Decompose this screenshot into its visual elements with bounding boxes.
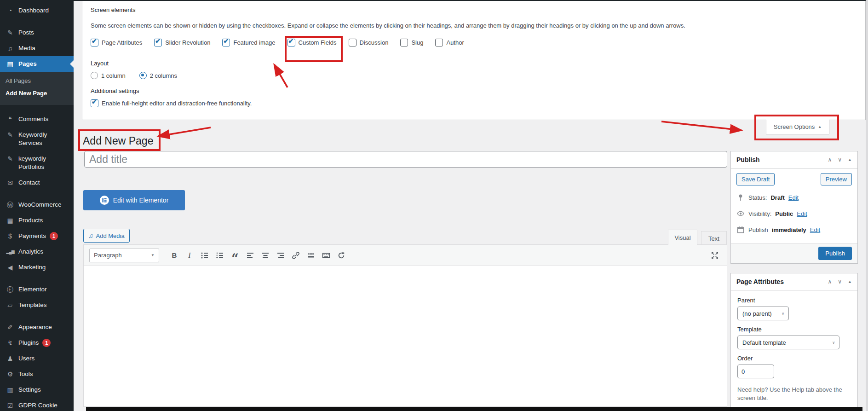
publish-button[interactable]: Publish [818,247,852,260]
products-icon: ▦ [6,216,15,225]
calendar-icon [736,226,745,234]
edit-with-elementor-button[interactable]: Edit with Elementor [83,190,185,210]
collapse-toggle-icon[interactable]: ▲ [848,279,852,284]
move-up-icon[interactable]: ∧ [828,278,832,285]
one-column-radio[interactable] [91,72,98,79]
slug-checkbox[interactable] [400,39,408,46]
parent-label: Parent [737,297,851,304]
move-up-icon[interactable]: ∧ [828,156,832,163]
submenu-item-all-pages[interactable]: All Pages [0,75,74,87]
tab-visual[interactable]: Visual [668,230,697,245]
sidebar-item-appearance[interactable]: ✐ Appearance [0,319,74,335]
move-down-icon[interactable]: ∨ [838,278,842,285]
bulleted-list-button[interactable] [198,249,211,261]
bulleted-list-icon [201,251,209,260]
toolbar-toggle-button[interactable] [320,249,333,261]
full-height-editor-checkbox[interactable] [91,99,98,107]
sidebar-item-media[interactable]: ♫ Media [0,41,74,56]
sidebar-item-keywordly-services[interactable]: ✎ Keywordly Services [0,127,74,151]
screen-element-custom-fields: Custom Fields [287,35,337,50]
sidebar-item-marketing[interactable]: ◀ Marketing [0,260,74,275]
bold-button[interactable]: B [168,249,181,261]
sidebar-item-pages[interactable]: ▤ Pages [0,56,74,72]
schedule-row: Publish immediately Edit [736,226,852,234]
collapse-toggle-icon[interactable]: ▲ [848,157,852,162]
elementor-icon: Ⓔ [6,285,15,294]
sidebar-item-products[interactable]: ▦ Products [0,213,74,228]
visibility-label: Visibility: [748,210,771,217]
save-draft-button[interactable]: Save Draft [736,173,775,185]
sidebar-item-plugins[interactable]: ↯ Plugins 1 [0,335,74,351]
editor-canvas[interactable] [84,266,727,406]
move-down-icon[interactable]: ∨ [838,156,842,163]
page-attributes-header[interactable]: Page Attributes ∧ ∨ ▲ [731,273,857,290]
custom-fields-checkbox[interactable] [287,39,295,46]
parent-select[interactable]: (no parent) ∨ [737,307,789,320]
template-label: Template [737,326,851,333]
edit-schedule-link[interactable]: Edit [810,226,820,233]
sidebar-item-contact[interactable]: ✉ Contact [0,175,74,191]
browser-scrollbar[interactable] [866,0,868,411]
slider-revolution-checkbox[interactable] [154,39,162,46]
settings-icon: ▥ [6,386,15,394]
layout-option-2-columns: 2 columns [139,72,177,79]
pushpin-icon: ✎ [6,155,15,163]
screen-elements-heading: Screen elements [91,6,136,13]
sidebar-item-gdpr-cookie-compliance[interactable]: ☑ GDPR Cookie Compliance [0,398,74,411]
align-right-button[interactable] [274,249,287,261]
sidebar-item-settings[interactable]: ▥ Settings [0,382,74,398]
sidebar-item-users[interactable]: ♟ Users [0,351,74,366]
sidebar-item-dashboard[interactable]: ◔ Dashboard [0,3,74,18]
insert-read-more-button[interactable] [305,249,317,261]
title-input[interactable] [84,151,727,168]
page-attributes-box: Page Attributes ∧ ∨ ▲ Parent (no parent)… [730,273,858,408]
woocommerce-icon: Ⓦ [6,201,15,209]
sidebar-item-tools[interactable]: ⚙ Tools [0,366,74,382]
align-center-button[interactable] [259,249,272,261]
discussion-checkbox[interactable] [349,39,356,46]
sidebar-item-woocommerce[interactable]: Ⓦ WooCommerce [0,197,74,213]
tab-text[interactable]: Text [701,231,727,246]
submenu-item-add-new-page[interactable]: Add New Page [0,87,74,99]
visibility-row: Visibility: Public Edit [736,209,852,218]
page-attributes-checkbox[interactable] [91,39,98,46]
rotate-button[interactable] [335,249,348,261]
sidebar-item-posts[interactable]: ✎ Posts [0,25,74,41]
sidebar-item-payments[interactable]: $ Payments 1 [0,228,74,244]
keyboard-icon [322,251,330,260]
author-checkbox[interactable] [435,39,443,46]
publish-box-header[interactable]: Publish ∧ ∨ ▲ [731,151,857,168]
add-media-button[interactable]: ♫ Add Media [83,229,130,243]
edit-visibility-link[interactable]: Edit [797,210,807,217]
distraction-free-fullscreen-button[interactable] [708,249,721,261]
two-columns-radio[interactable] [139,72,147,79]
paragraph-format-dropdown[interactable]: Paragraph ▼ [89,249,159,262]
comments-icon: ❝ [6,115,15,123]
sidebar-item-keywordly-portfolios[interactable]: ✎ keywordly Portfolios [0,151,74,175]
numbered-list-button[interactable] [213,249,226,261]
order-input[interactable] [737,365,774,378]
status-label: Status: [748,194,767,201]
blockquote-button[interactable]: “ [229,246,241,265]
preview-button[interactable]: Preview [821,173,852,185]
screen-options-toggle-button[interactable]: Screen Options ▲ [766,120,829,134]
media-icon: ♫ [88,232,93,239]
template-select[interactable]: Default template ∨ [737,336,839,349]
insert-link-button[interactable] [289,249,302,261]
italic-button[interactable]: I [183,249,196,261]
featured-image-checkbox[interactable] [222,39,230,46]
page-attributes-body: Parent (no parent) ∨ Template Default te… [731,290,857,408]
read-more-icon [307,251,315,260]
publish-box-footer: Publish [731,243,857,263]
envelope-icon: ✉ [6,179,15,187]
sidebar-item-templates[interactable]: ▱ Templates [0,297,74,313]
align-left-button[interactable] [244,249,257,261]
bar-chart-icon: ▂▄▆ [6,248,15,256]
wrench-icon: ⚙ [6,370,15,378]
edit-status-link[interactable]: Edit [788,194,799,201]
media-icon: ♫ [6,44,15,52]
sidebar-item-label: Dashboard [18,6,49,15]
sidebar-item-analytics[interactable]: ▂▄▆ Analytics [0,244,74,260]
sidebar-item-comments[interactable]: ❝ Comments [0,111,74,127]
sidebar-item-elementor[interactable]: Ⓔ Elementor [0,282,74,297]
